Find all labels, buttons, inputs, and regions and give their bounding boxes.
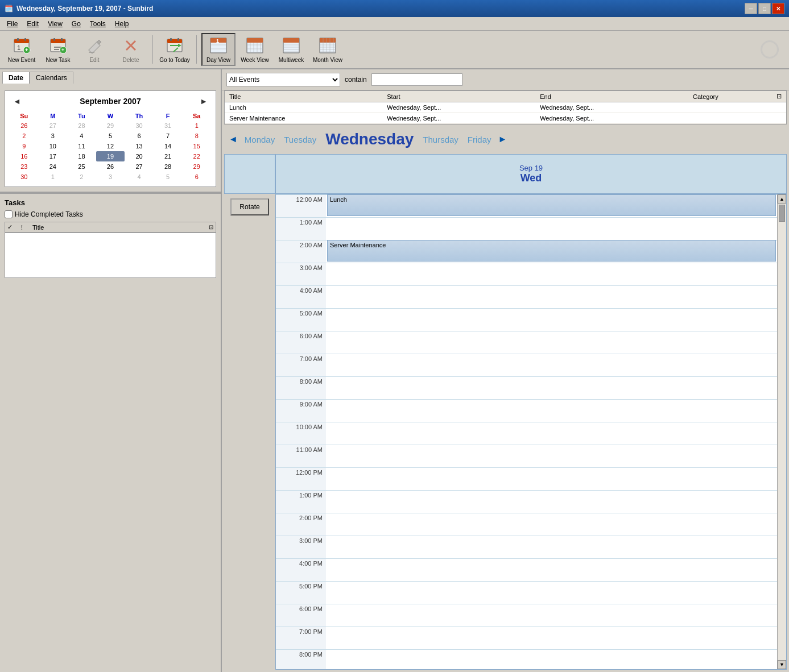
menu-file[interactable]: File	[2, 19, 22, 29]
next-month-button[interactable]: ►	[196, 96, 211, 107]
minimize-button[interactable]: ─	[745, 3, 757, 14]
cal-day-2-0[interactable]: 9	[10, 141, 39, 151]
table-row[interactable]: LunchWednesday, Sept...Wednesday, Sept..…	[225, 102, 786, 113]
menu-tools[interactable]: Tools	[85, 19, 110, 29]
cal-day-5-5[interactable]: 5	[154, 172, 183, 182]
event-slot-6[interactable]	[326, 331, 777, 354]
next-day-button[interactable]: ►	[496, 133, 510, 146]
cal-day-4-5[interactable]: 28	[154, 161, 183, 172]
event-slot-12[interactable]	[326, 467, 777, 490]
event-slot-4[interactable]	[326, 285, 777, 308]
event-slot-20[interactable]	[326, 649, 777, 669]
cal-day-1-2[interactable]: 4	[67, 131, 96, 141]
hide-completed-checkbox[interactable]	[5, 210, 13, 218]
day-view-button[interactable]: 1 Day View	[201, 33, 236, 66]
cal-day-2-6[interactable]: 15	[182, 141, 211, 151]
cal-day-0-0[interactable]: 26	[10, 121, 39, 131]
cal-day-1-3[interactable]: 5	[96, 131, 125, 141]
day-friday[interactable]: Friday	[463, 132, 496, 147]
maximize-button[interactable]: □	[758, 3, 771, 14]
edit-button[interactable]: Edit	[77, 33, 111, 66]
event-slot-5[interactable]	[326, 308, 777, 331]
event-slot-9[interactable]	[326, 399, 777, 422]
menu-edit[interactable]: Edit	[22, 19, 43, 29]
cal-day-2-2[interactable]: 11	[67, 141, 96, 151]
delete-button[interactable]: Delete	[114, 33, 148, 66]
cal-day-5-6[interactable]: 6	[182, 172, 211, 182]
cal-day-0-4[interactable]: 30	[125, 121, 154, 131]
calendar-scroll-body[interactable]: 12:00 AM1:00 AM2:00 AM3:00 AM4:00 AM5:00…	[276, 194, 777, 669]
month-view-button[interactable]: Month View	[311, 33, 345, 66]
scroll-up-button[interactable]: ▲	[778, 194, 786, 204]
cal-day-1-5[interactable]: 7	[154, 131, 183, 141]
close-button[interactable]: ✕	[772, 3, 784, 14]
event-slot-17[interactable]	[326, 581, 777, 604]
events-search-input[interactable]	[371, 73, 462, 86]
cal-day-5-3[interactable]: 3	[96, 172, 125, 182]
cal-day-0-1[interactable]: 27	[39, 121, 68, 131]
cal-day-4-6[interactable]: 29	[182, 161, 211, 172]
event-slot-13[interactable]	[326, 490, 777, 513]
event-slot-3[interactable]	[326, 263, 777, 285]
cal-day-3-0[interactable]: 16	[10, 151, 39, 161]
cal-day-3-1[interactable]: 17	[39, 151, 68, 161]
new-task-button[interactable]: + New Task	[41, 33, 75, 66]
week-view-button[interactable]: Week View	[238, 33, 272, 66]
cal-day-1-4[interactable]: 6	[125, 131, 154, 141]
menu-view[interactable]: View	[43, 19, 67, 29]
scroll-track[interactable]	[778, 204, 786, 660]
tab-date[interactable]: Date	[2, 72, 30, 84]
event-slot-8[interactable]	[326, 376, 777, 399]
new-event-button[interactable]: 1 + New Event	[5, 33, 39, 66]
menu-go[interactable]: Go	[67, 19, 85, 29]
events-filter-dropdown[interactable]: All Events Today This Week This Month	[226, 73, 340, 86]
cal-day-1-6[interactable]: 8	[182, 131, 211, 141]
cal-day-0-2[interactable]: 28	[67, 121, 96, 131]
cal-day-2-1[interactable]: 10	[39, 141, 68, 151]
event-slot-19[interactable]	[326, 627, 777, 649]
tasks-resize-icon[interactable]: ⊡	[209, 224, 213, 230]
cal-day-4-0[interactable]: 23	[10, 161, 39, 172]
table-row[interactable]: Server MaintenanceWednesday, Sept...Wedn…	[225, 113, 786, 124]
go-to-today-button[interactable]: Go to Today	[158, 33, 192, 66]
multiweek-view-button[interactable]: Multiweek	[274, 33, 308, 66]
event-slot-1[interactable]	[326, 217, 777, 240]
rotate-button[interactable]: Rotate	[230, 198, 268, 215]
menu-help[interactable]: Help	[110, 19, 134, 29]
event-slot-11[interactable]	[326, 445, 777, 467]
event-block-lunch[interactable]: Lunch	[327, 194, 776, 216]
cal-day-0-6[interactable]: 1	[182, 121, 211, 131]
event-slot-14[interactable]	[326, 513, 777, 536]
prev-month-button[interactable]: ◄	[10, 96, 24, 107]
prev-day-button[interactable]: ◄	[226, 133, 240, 146]
event-slot-10[interactable]	[326, 422, 777, 445]
event-slot-18[interactable]	[326, 604, 777, 627]
cal-day-3-4[interactable]: 20	[125, 151, 154, 161]
cal-day-4-4[interactable]: 27	[125, 161, 154, 172]
event-slot-7[interactable]	[326, 354, 777, 376]
cal-day-1-0[interactable]: 2	[10, 131, 39, 141]
day-monday[interactable]: Monday	[240, 132, 279, 147]
cal-day-5-4[interactable]: 4	[125, 172, 154, 182]
cal-day-3-6[interactable]: 22	[182, 151, 211, 161]
event-slot-16[interactable]	[326, 558, 777, 581]
cal-day-1-1[interactable]: 3	[39, 131, 68, 141]
cal-day-5-1[interactable]: 1	[39, 172, 68, 182]
cal-day-2-4[interactable]: 13	[125, 141, 154, 151]
col-resize[interactable]: ⊡	[772, 91, 786, 102]
scrollbar[interactable]: ▲ ▼	[777, 194, 786, 669]
cal-day-3-3[interactable]: 19	[96, 151, 125, 161]
cal-day-2-3[interactable]: 12	[96, 141, 125, 151]
event-slot-15[interactable]	[326, 536, 777, 558]
scroll-thumb[interactable]	[779, 205, 785, 222]
day-tuesday[interactable]: Tuesday	[279, 132, 321, 147]
scroll-down-button[interactable]: ▼	[778, 660, 786, 669]
cal-day-0-3[interactable]: 29	[96, 121, 125, 131]
cal-day-5-2[interactable]: 2	[67, 172, 96, 182]
day-wednesday[interactable]: Wednesday	[321, 128, 418, 151]
cal-day-4-3[interactable]: 26	[96, 161, 125, 172]
cal-day-3-2[interactable]: 18	[67, 151, 96, 161]
cal-day-2-5[interactable]: 14	[154, 141, 183, 151]
cal-day-5-0[interactable]: 30	[10, 172, 39, 182]
day-thursday[interactable]: Thursday	[418, 132, 463, 147]
